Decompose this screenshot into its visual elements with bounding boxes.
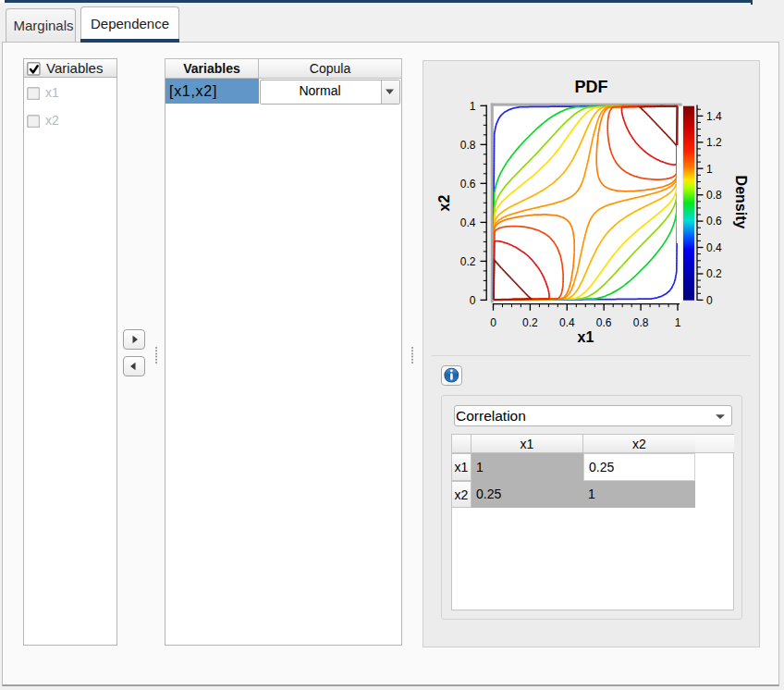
svg-text:PDF: PDF (575, 78, 608, 96)
svg-text:1.4: 1.4 (706, 110, 722, 123)
svg-text:0.4: 0.4 (460, 216, 476, 229)
svg-text:0: 0 (490, 316, 496, 329)
svg-text:0.2: 0.2 (522, 316, 538, 329)
svg-text:1: 1 (470, 100, 476, 113)
svg-text:0.8: 0.8 (633, 316, 649, 329)
svg-text:0: 0 (706, 294, 713, 307)
svg-text:1: 1 (706, 163, 713, 176)
svg-text:0: 0 (470, 294, 476, 307)
svg-text:0.6: 0.6 (596, 316, 612, 329)
svg-text:0.4: 0.4 (559, 316, 575, 329)
svg-text:0.8: 0.8 (460, 139, 476, 152)
svg-text:0.6: 0.6 (460, 178, 476, 191)
svg-text:0.2: 0.2 (706, 267, 722, 280)
svg-text:x1: x1 (578, 329, 594, 345)
svg-text:Density: Density (733, 176, 749, 229)
svg-text:x2: x2 (436, 195, 452, 212)
svg-text:0.8: 0.8 (706, 189, 722, 202)
svg-text:1: 1 (675, 316, 681, 329)
svg-text:1.2: 1.2 (706, 136, 722, 149)
svg-text:0.4: 0.4 (706, 241, 722, 254)
svg-text:0.6: 0.6 (706, 215, 722, 228)
svg-text:0.2: 0.2 (460, 255, 476, 268)
